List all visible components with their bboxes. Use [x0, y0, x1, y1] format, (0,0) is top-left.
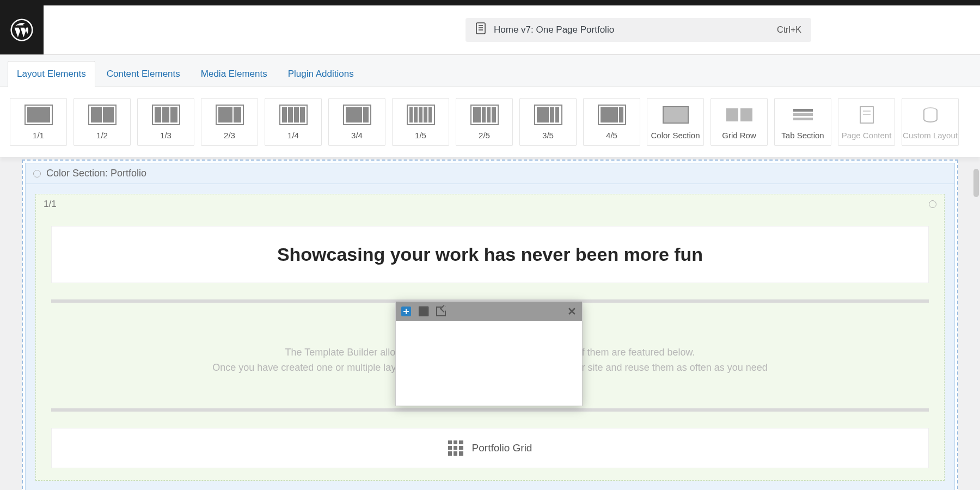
- column-label: 1/1: [44, 199, 57, 210]
- wordpress-logo[interactable]: [0, 5, 44, 54]
- element-label: Grid Row: [722, 131, 756, 140]
- portfolio-grid-label: Portfolio Grid: [472, 442, 532, 454]
- tab-plugin-additions[interactable]: Plugin Additions: [279, 61, 363, 87]
- element-label: Tab Section: [781, 131, 824, 140]
- tabsection-icon: [789, 105, 817, 125]
- tab-layout-elements[interactable]: Layout Elements: [8, 61, 95, 87]
- element-3-5[interactable]: 3/5: [519, 98, 577, 146]
- admin-bar-strip: [0, 0, 980, 5]
- color-icon: [661, 105, 690, 125]
- element-grid-row[interactable]: Grid Row: [710, 98, 768, 146]
- element-label: Custom Layout: [903, 131, 958, 140]
- element-2-5[interactable]: 2/5: [456, 98, 513, 146]
- element-1-2[interactable]: 1/2: [74, 98, 131, 146]
- popover-body: [396, 321, 582, 406]
- column-header[interactable]: 1/1: [36, 194, 944, 214]
- customlayout-icon: [916, 105, 945, 125]
- fraction-icon: [343, 105, 371, 125]
- wordpress-icon: [10, 19, 33, 41]
- fraction-icon: [88, 105, 117, 125]
- fraction-icon: [279, 105, 308, 125]
- tab-media-elements[interactable]: Media Elements: [192, 61, 277, 87]
- svg-rect-1: [476, 23, 485, 34]
- element-label: 4/5: [606, 131, 617, 140]
- vertical-scrollbar[interactable]: [973, 169, 979, 197]
- element-label: 1/4: [287, 131, 299, 140]
- page-title-bar[interactable]: Home v7: One Page Portfolio Ctrl+K: [465, 18, 811, 42]
- element-label: 3/4: [351, 131, 363, 140]
- element-label: 1/2: [96, 131, 108, 140]
- element-label: Page Content: [842, 131, 892, 140]
- fraction-icon: [407, 105, 435, 125]
- add-icon[interactable]: [401, 307, 411, 316]
- separator-block[interactable]: [51, 408, 929, 412]
- fraction-icon: [24, 105, 53, 125]
- pagecontent-icon: [853, 105, 881, 125]
- drag-handle-icon[interactable]: [929, 200, 936, 208]
- element-custom-layout[interactable]: Custom Layout: [902, 98, 959, 146]
- element-label: 1/1: [33, 131, 44, 140]
- duplicate-icon[interactable]: [419, 307, 428, 316]
- heading-block[interactable]: Showcasing your work has never been more…: [51, 226, 929, 283]
- element-page-content[interactable]: Page Content: [838, 98, 895, 146]
- element-label: 1/3: [160, 131, 171, 140]
- element-1-4[interactable]: 1/4: [265, 98, 322, 146]
- element-category-tabs: Layout ElementsContent ElementsMedia Ele…: [0, 54, 980, 87]
- element-tab-section[interactable]: Tab Section: [774, 98, 831, 146]
- popover-toolbar: ✕: [396, 302, 582, 321]
- section-label: Color Section: Portfolio: [46, 168, 146, 179]
- element-1-3[interactable]: 1/3: [137, 98, 194, 146]
- grid-icon: [448, 440, 463, 456]
- heading-text: Showcasing your work has never been more…: [63, 244, 917, 265]
- element-color-section[interactable]: Color Section: [647, 98, 704, 146]
- element-label: 3/5: [542, 131, 554, 140]
- gridrow-icon: [725, 105, 754, 125]
- drag-handle-icon[interactable]: [33, 170, 41, 177]
- edit-icon[interactable]: [436, 307, 446, 316]
- keyboard-shortcut: Ctrl+K: [777, 25, 801, 35]
- element-label: 2/3: [224, 131, 235, 140]
- document-icon: [475, 22, 486, 37]
- close-icon[interactable]: ✕: [567, 305, 577, 318]
- layout-elements-palette: 1/11/21/32/31/43/41/52/53/54/5Color Sect…: [0, 87, 980, 157]
- portfolio-grid-block[interactable]: Portfolio Grid: [51, 428, 929, 468]
- fraction-icon: [598, 105, 626, 125]
- color-section-header[interactable]: Color Section: Portfolio: [26, 163, 954, 184]
- element-3-4[interactable]: 3/4: [328, 98, 385, 146]
- element-label: 2/5: [479, 131, 490, 140]
- page-title: Home v7: One Page Portfolio: [494, 24, 614, 35]
- tab-content-elements[interactable]: Content Elements: [97, 61, 189, 87]
- element-1-1[interactable]: 1/1: [10, 98, 67, 146]
- element-action-popover[interactable]: ✕: [395, 301, 583, 406]
- editor-top-bar: Home v7: One Page Portfolio Ctrl+K: [0, 5, 980, 54]
- element-2-3[interactable]: 2/3: [201, 98, 258, 146]
- element-label: 1/5: [415, 131, 426, 140]
- element-label: Color Section: [651, 131, 700, 140]
- fraction-icon: [534, 105, 562, 125]
- element-4-5[interactable]: 4/5: [583, 98, 640, 146]
- fraction-icon: [216, 105, 244, 125]
- element-1-5[interactable]: 1/5: [392, 98, 449, 146]
- fraction-icon: [152, 105, 180, 125]
- fraction-icon: [470, 105, 499, 125]
